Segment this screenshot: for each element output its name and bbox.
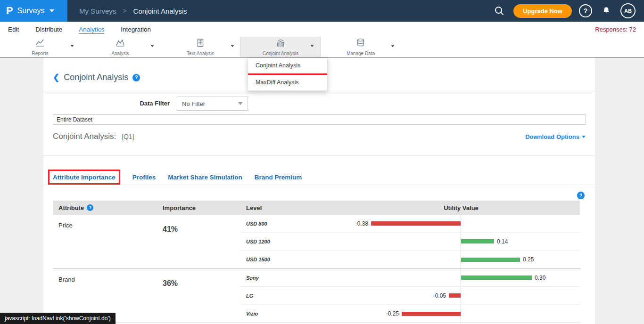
toolbar-item-label: Conjoint Analysis: [263, 51, 298, 56]
utility-bar: -0.05: [240, 287, 580, 304]
page: P Surveys My Surveys > Conjoint Analysis…: [0, 0, 644, 324]
chevron-down-icon[interactable]: [150, 45, 154, 47]
topbar-actions: Upgrade Now ? AB: [492, 3, 644, 18]
area-chart-icon: [115, 38, 125, 50]
table-group-price: Price 41% USD 800 -0.38 USD 1200 0.14: [53, 215, 580, 269]
analytics-toolbar: Reports Analysis Text Analysis Conjoint …: [0, 37, 644, 57]
menu-item-conjoint-analysis[interactable]: Conjoint Analysis: [248, 58, 327, 73]
menu-item-maxdiff-analysis[interactable]: MaxDiff Analysis: [248, 75, 327, 90]
level-name: Sony: [246, 275, 259, 281]
tab-profiles[interactable]: Profiles: [132, 174, 156, 181]
level-row: USD 1500 0.25: [240, 251, 580, 268]
toolbar-item-conjoint-analysis[interactable]: Conjoint Analysis: [240, 37, 321, 57]
level-row: USD 800 -0.38: [240, 215, 580, 233]
page-title: Conjoint Analysis: [64, 73, 128, 82]
chevron-down-icon[interactable]: [231, 45, 234, 47]
level-name: Vizio: [246, 311, 258, 316]
importance-value: 41%: [163, 215, 240, 268]
text-grid-icon: [195, 38, 206, 50]
survey-nav: Edit Distribute Analytics Integration Re…: [0, 22, 644, 37]
dataset-panel-header[interactable]: Entire Dataset: [53, 114, 586, 125]
level-row: LG -0.05: [240, 287, 580, 305]
header-importance: Importance: [163, 204, 196, 211]
questionpro-logo: P: [6, 6, 13, 16]
chevron-down-icon[interactable]: [391, 45, 395, 47]
bar-chart-icon: [275, 38, 286, 50]
header-attribute: Attribute: [58, 204, 84, 211]
chevron-down-icon: [50, 9, 54, 12]
line-chart-icon: [35, 38, 45, 50]
content-card: ❮ Conjoint Analysis ? Data Filter No Fil…: [43, 57, 595, 324]
toolbar-item-label: Reports: [32, 51, 48, 56]
download-options-label: Download Options: [525, 133, 579, 140]
tab-distribute[interactable]: Distribute: [35, 26, 62, 33]
level-name: USD 1500: [246, 257, 270, 262]
level-row: Vizio -0.25: [240, 305, 580, 323]
tab-edit[interactable]: Edit: [8, 26, 19, 33]
divider: [43, 185, 595, 185]
section-title: Conjoint Analysis:: [53, 132, 116, 141]
level-name: USD 800: [246, 221, 267, 227]
data-filter-label: Data Filter: [123, 100, 170, 107]
toolbar-item-label: Analysis: [111, 51, 129, 56]
notifications-bell-icon[interactable]: [599, 4, 613, 18]
help-button[interactable]: ?: [579, 4, 592, 17]
table-group-brand: Brand 36% Sony 0.30 LG -0.05: [53, 269, 580, 323]
tab-brand-premium[interactable]: Brand Premium: [255, 174, 302, 181]
attribute-name: Price: [53, 215, 163, 268]
responses-count: Responses: 72: [595, 26, 636, 33]
table-header: Attribute ? Importance Level Utility Val…: [53, 201, 580, 215]
conjoint-dropdown-menu: Conjoint Analysis MaxDiff Analysis: [248, 57, 328, 91]
analysis-tabs: Attribute Importance Profiles Market Sha…: [48, 170, 302, 185]
table-help-icon[interactable]: ?: [577, 192, 585, 199]
tab-attribute-importance[interactable]: Attribute Importance: [53, 174, 116, 181]
utility-bar: 0.14: [240, 233, 580, 250]
chevron-down-icon: [582, 136, 586, 138]
chevron-down-icon[interactable]: [310, 45, 314, 47]
toolbar-item-analysis[interactable]: Analysis: [80, 37, 160, 57]
toolbar-item-text-analysis[interactable]: Text Analysis: [160, 37, 240, 57]
chevron-down-icon[interactable]: [70, 45, 74, 47]
divider: [43, 155, 595, 156]
product-name: Surveys: [17, 7, 45, 15]
toolbar-item-label: Text Analysis: [187, 51, 214, 56]
level-row: Sony 0.30: [240, 269, 580, 287]
header-level: Level: [246, 204, 262, 211]
attribute-help-icon[interactable]: ?: [87, 204, 93, 211]
tab-market-share-simulation[interactable]: Market Share Simulation: [168, 174, 242, 181]
utility-bar: 0.30: [240, 269, 580, 286]
upgrade-now-button[interactable]: Upgrade Now: [513, 4, 572, 18]
status-link-tooltip: javascript: loadNavLink('showConjoint.do…: [0, 313, 116, 324]
utility-bar: 0.25: [240, 251, 580, 268]
level-name: LG: [246, 293, 253, 299]
tab-integration[interactable]: Integration: [121, 26, 151, 33]
breadcrumb-current: Conjoint Analysis: [133, 7, 187, 15]
divider: [43, 91, 595, 91]
toolbar-item-reports[interactable]: Reports: [0, 37, 80, 57]
utility-table: Attribute ? Importance Level Utility Val…: [53, 201, 580, 323]
header-utility-value: Utility Value: [444, 204, 479, 211]
page-title-row: ❮ Conjoint Analysis ?: [53, 73, 140, 82]
dataset-value: Entire Dataset: [57, 116, 92, 123]
level-name: USD 1200: [246, 239, 270, 244]
annotation-box: Attribute Importance: [48, 170, 120, 185]
toolbar-item-label: Manage Data: [347, 51, 375, 56]
breadcrumb-my-surveys[interactable]: My Surveys: [79, 7, 116, 15]
utility-bar: -0.25: [240, 305, 580, 323]
question-ref: [Q1]: [122, 133, 134, 140]
avatar[interactable]: AB: [620, 3, 636, 18]
product-switcher[interactable]: P Surveys: [0, 0, 67, 22]
tab-analytics[interactable]: Analytics: [79, 26, 104, 33]
back-chevron-icon[interactable]: ❮: [53, 73, 59, 82]
help-badge-icon[interactable]: ?: [132, 74, 140, 81]
search-icon[interactable]: [492, 4, 506, 18]
importance-value: 36%: [163, 269, 240, 323]
download-options-link[interactable]: Download Options: [525, 133, 586, 140]
database-icon: [355, 38, 366, 50]
breadcrumb: My Surveys > Conjoint Analysis: [79, 7, 187, 15]
data-filter-value: No Filter: [182, 100, 205, 107]
toolbar-item-manage-data[interactable]: Manage Data: [321, 37, 401, 57]
section-row: Conjoint Analysis: [Q1] Download Options: [53, 132, 586, 141]
breadcrumb-separator: >: [123, 7, 126, 15]
data-filter-select[interactable]: No Filter: [177, 97, 248, 111]
